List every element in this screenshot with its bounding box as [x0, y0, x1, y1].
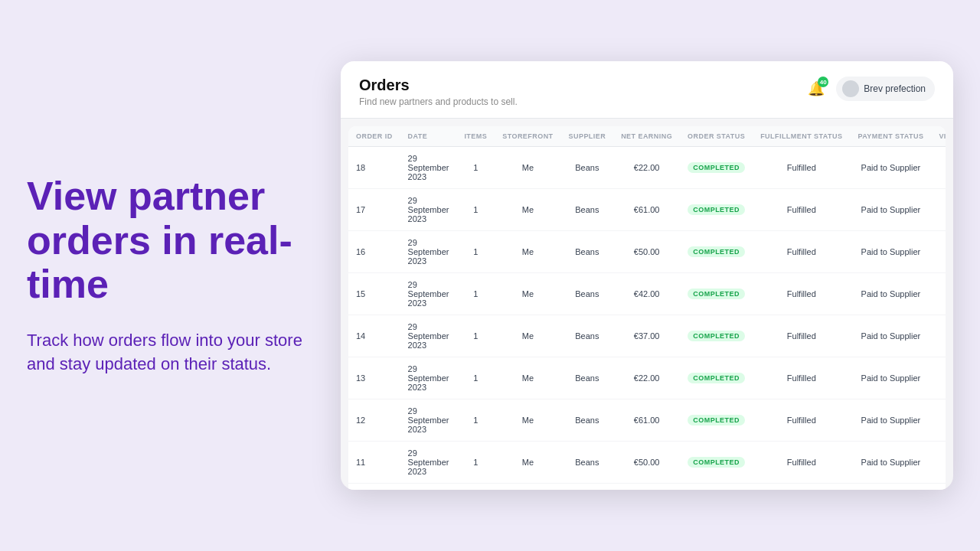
col-order-id: ORDER ID [348, 126, 400, 147]
cell-earning: €42.00 [613, 273, 680, 315]
user-chip[interactable]: Brev prefection [836, 77, 935, 101]
cell-date: 29 September 2023 [400, 484, 457, 491]
cell-items: 1 [456, 147, 495, 189]
cell-fulfillment: Fulfilled [753, 231, 850, 273]
col-supplier: SUPPLIER [561, 126, 614, 147]
status-badge: COMPLETED [688, 373, 745, 383]
cell-payment: Paid to Supplier [850, 399, 931, 442]
cell-order-id: 12 [348, 399, 400, 442]
cell-supplier: Beans [561, 231, 614, 273]
right-panel: Orders Find new partners and products to… [329, 46, 980, 505]
cell-view-shopify[interactable]: ↗ [931, 442, 946, 484]
notification-button[interactable]: 🔔 40 [804, 77, 828, 101]
cell-order-status: COMPLETED [680, 484, 753, 491]
cell-fulfillment: Fulfilled [753, 484, 850, 491]
col-items: ITEMS [456, 126, 495, 147]
cell-items: 1 [456, 315, 495, 357]
cell-view-shopify[interactable]: ↗ [931, 399, 946, 442]
status-badge: COMPLETED [688, 457, 745, 468]
table-body: 18 29 September 2023 1 Me Beans €22.00 C… [348, 147, 946, 491]
cell-items: 1 [456, 357, 495, 399]
cell-view-shopify[interactable]: ↗ [931, 315, 946, 357]
cell-order-id: 13 [348, 357, 400, 399]
cell-view-shopify[interactable]: ↗ [931, 273, 946, 315]
cell-storefront: Me [495, 147, 560, 189]
table-row: 15 29 September 2023 1 Me Beans €42.00 C… [348, 273, 946, 315]
cell-order-id: 18 [348, 147, 400, 189]
cell-earning: €42.00 [613, 484, 680, 491]
page-title: Orders [359, 77, 518, 94]
cell-view-shopify[interactable]: ↗ [931, 484, 946, 491]
cell-supplier: Beans [561, 357, 614, 399]
window-header-right: 🔔 40 Brev prefection [804, 77, 935, 101]
cell-storefront: Me [495, 357, 560, 399]
cell-view-shopify[interactable]: ↗ [931, 147, 946, 189]
col-payment-status: PAYMENT STATUS [850, 126, 931, 147]
cell-payment: Paid to Supplier [850, 357, 931, 399]
cell-date: 29 September 2023 [400, 189, 457, 231]
table-row: 14 29 September 2023 1 Me Beans €37.00 C… [348, 315, 946, 357]
cell-fulfillment: Fulfilled [753, 147, 850, 189]
orders-table-container: ORDER ID DATE ITEMS STOREFRONT SUPPLIER … [348, 126, 946, 490]
cell-date: 29 September 2023 [400, 442, 457, 484]
table-row: 16 29 September 2023 1 Me Beans €50.00 C… [348, 231, 946, 273]
cell-supplier: Beans [561, 442, 614, 484]
cell-order-status: COMPLETED [680, 231, 753, 273]
cell-payment: Paid to Supplier [850, 484, 931, 491]
cell-date: 29 September 2023 [400, 147, 457, 189]
avatar [842, 80, 859, 97]
table-row: 10 29 September 2023 1 Me Beans €42.00 C… [348, 484, 946, 491]
status-badge: COMPLETED [688, 246, 745, 257]
cell-view-shopify[interactable]: ↗ [931, 189, 946, 231]
cell-storefront: Me [495, 442, 560, 484]
status-badge: COMPLETED [688, 289, 745, 299]
cell-order-status: COMPLETED [680, 189, 753, 231]
cell-earning: €22.00 [613, 357, 680, 399]
cell-storefront: Me [495, 399, 560, 442]
col-fulfillment-status: FULFILLMENT STATUS [753, 126, 850, 147]
cell-supplier: Beans [561, 315, 614, 357]
cell-payment: Paid to Supplier [850, 315, 931, 357]
cell-storefront: Me [495, 484, 560, 491]
table-row: 18 29 September 2023 1 Me Beans €22.00 C… [348, 147, 946, 189]
table-row: 12 29 September 2023 1 Me Beans €61.00 C… [348, 399, 946, 442]
cell-order-status: COMPLETED [680, 147, 753, 189]
cell-items: 1 [456, 484, 495, 491]
left-panel: View partner orders in real-time Track h… [0, 144, 329, 406]
cell-order-id: 10 [348, 484, 400, 491]
cell-order-id: 17 [348, 189, 400, 231]
cell-order-status: COMPLETED [680, 399, 753, 442]
cell-date: 29 September 2023 [400, 231, 457, 273]
cell-order-status: COMPLETED [680, 357, 753, 399]
cell-earning: €61.00 [613, 189, 680, 231]
cell-payment: Paid to Supplier [850, 147, 931, 189]
cell-items: 1 [456, 189, 495, 231]
cell-supplier: Beans [561, 147, 614, 189]
page-subtitle: Find new partners and products to sell. [359, 96, 518, 107]
cell-storefront: Me [495, 189, 560, 231]
cell-view-shopify[interactable]: ↗ [931, 357, 946, 399]
cell-fulfillment: Fulfilled [753, 357, 850, 399]
cell-payment: Paid to Supplier [850, 273, 931, 315]
cell-earning: €37.00 [613, 315, 680, 357]
col-storefront: STOREFRONT [495, 126, 560, 147]
cell-payment: Paid to Supplier [850, 442, 931, 484]
cell-items: 1 [456, 399, 495, 442]
col-order-status: ORDER STATUS [680, 126, 753, 147]
col-net-earning: NET EARNING [613, 126, 680, 147]
cell-view-shopify[interactable]: ↗ [931, 231, 946, 273]
cell-earning: €22.00 [613, 147, 680, 189]
notification-badge: 40 [818, 77, 828, 87]
table-row: 11 29 September 2023 1 Me Beans €50.00 C… [348, 442, 946, 484]
status-badge: COMPLETED [688, 415, 745, 425]
cell-date: 29 September 2023 [400, 273, 457, 315]
user-name: Brev prefection [864, 83, 926, 94]
window-header: Orders Find new partners and products to… [341, 61, 953, 119]
cell-fulfillment: Fulfilled [753, 189, 850, 231]
cell-fulfillment: Fulfilled [753, 399, 850, 442]
cell-order-id: 16 [348, 231, 400, 273]
col-view-shopify: VIEW SHOPIFY [931, 126, 946, 147]
hero-subtitle: Track how orders flow into your store an… [27, 329, 306, 377]
cell-order-status: COMPLETED [680, 273, 753, 315]
cell-fulfillment: Fulfilled [753, 442, 850, 484]
